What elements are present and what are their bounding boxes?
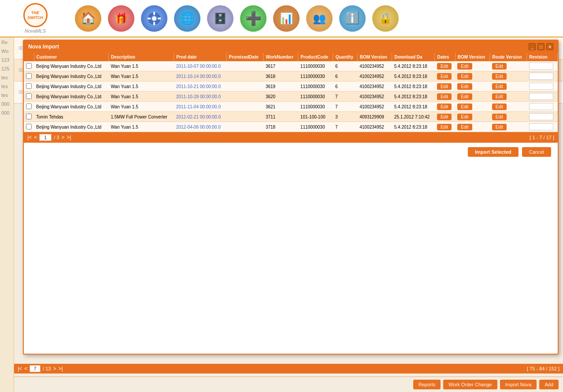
- edit-dates-btn-3[interactable]: Edit: [437, 93, 452, 100]
- table-row: Beijing Wanyuan Industry Co.,Ltd Wan Yua…: [24, 71, 558, 81]
- revision-input-5[interactable]: [529, 113, 553, 120]
- nav-icons: 🏠 🎁 🌐 🗄️ ➕ 📊 👥 ℹ️ 🔒: [66, 5, 399, 32]
- cell-customer-4: Beijing Wanyuan Industry Co.,Ltd: [34, 102, 108, 112]
- cell-quantity-1: 6: [333, 71, 357, 81]
- content-area: 0003 test 123123 10C00019-1 2010-10-28 2…: [14, 37, 563, 392]
- cell-route-4: Edit: [490, 102, 527, 112]
- reports-button[interactable]: Reports: [413, 380, 441, 389]
- edit-dates-btn-4[interactable]: Edit: [437, 104, 452, 110]
- cell-work-number-0: 3617: [263, 61, 298, 71]
- modal-next-page-btn[interactable]: >: [61, 134, 64, 141]
- revision-input-3[interactable]: [529, 93, 553, 100]
- cell-product-code-5: 101-100-100: [298, 112, 333, 122]
- main-area: Re Wo 123 125 tes tes tes 000 000 0003 t…: [0, 37, 563, 392]
- cell-promised-date-3: [226, 92, 263, 102]
- info-icon[interactable]: ℹ️: [339, 5, 366, 32]
- edit-route-btn-3[interactable]: Edit: [492, 93, 507, 100]
- row-checkbox-0[interactable]: [26, 63, 32, 69]
- edit-route-btn-4[interactable]: Edit: [492, 104, 507, 110]
- cell-bom-v2-1: Edit: [455, 71, 490, 81]
- col-product-code: ProductCode: [298, 53, 333, 61]
- row-checkbox-4[interactable]: [26, 104, 32, 109]
- database-icon[interactable]: 🗄️: [207, 5, 233, 32]
- edit-route-btn-1[interactable]: Edit: [492, 73, 507, 80]
- edit-bom-btn-5[interactable]: Edit: [457, 114, 472, 120]
- import-nova-button[interactable]: Import Nova: [500, 380, 537, 389]
- work-order-change-button[interactable]: Work Order Change: [443, 380, 497, 389]
- modal-minimize-btn[interactable]: _: [529, 43, 536, 50]
- edit-dates-btn-6[interactable]: Edit: [437, 124, 452, 130]
- bg-page-range: [ 75 - 84 / 152 ]: [527, 366, 559, 371]
- table-row: Beijing Wanyuan Industry Co.,Ltd Wan Yua…: [24, 102, 558, 112]
- edit-bom-btn-3[interactable]: Edit: [457, 93, 472, 100]
- col-bom-version: BOM Version: [357, 53, 392, 61]
- bg-page-input[interactable]: [30, 365, 41, 372]
- edit-bom-btn-2[interactable]: Edit: [457, 83, 472, 90]
- modal-first-page-btn[interactable]: |<: [27, 134, 32, 141]
- revision-input-6[interactable]: [529, 123, 553, 130]
- import-selected-button[interactable]: Import Selected: [468, 147, 519, 157]
- lock-icon[interactable]: 🔒: [372, 5, 399, 32]
- settings-icon[interactable]: [141, 5, 167, 32]
- row-checkbox-6[interactable]: [26, 124, 32, 129]
- logo-text: THESWITCH: [27, 11, 43, 20]
- row-checkbox-2[interactable]: [26, 83, 32, 89]
- cell-bom-version-6: 4100234952: [357, 122, 392, 132]
- bg-last-page-btn[interactable]: >|: [59, 366, 63, 372]
- sidebar-label-tes1: tes: [1, 75, 12, 80]
- cell-bom-v2-6: Edit: [455, 122, 490, 132]
- import-table: Customer Description Prod date PromisedD…: [24, 53, 558, 132]
- edit-dates-btn-2[interactable]: Edit: [437, 83, 452, 90]
- modal-last-page-btn[interactable]: >|: [67, 134, 71, 141]
- cell-dates-1: Edit: [435, 71, 455, 81]
- revision-input-4[interactable]: [529, 103, 553, 110]
- edit-dates-btn-1[interactable]: Edit: [437, 73, 452, 80]
- edit-route-btn-2[interactable]: Edit: [492, 83, 507, 90]
- edit-bom-btn-0[interactable]: Edit: [457, 63, 472, 70]
- revision-input-0[interactable]: [529, 63, 553, 70]
- row-checkbox-1[interactable]: [26, 73, 32, 79]
- edit-bom-btn-6[interactable]: Edit: [457, 124, 472, 130]
- row-checkbox-3[interactable]: [26, 93, 32, 99]
- sidebar-label-125: 125: [1, 66, 12, 71]
- cancel-button[interactable]: Cancel: [522, 147, 551, 157]
- cell-download-date-1: 5.4.2012 8:23:18: [392, 71, 435, 81]
- modal-prev-page-btn[interactable]: <: [34, 134, 37, 141]
- modal-title: Nova Import: [28, 44, 59, 50]
- analytics-icon[interactable]: 📊: [273, 5, 300, 32]
- cell-download-date-5: 25.1.2012 7:10:42: [392, 112, 435, 122]
- modal-page-input[interactable]: [39, 134, 52, 141]
- edit-bom-btn-4[interactable]: Edit: [457, 104, 472, 110]
- cell-revision-6: [527, 122, 558, 132]
- edit-route-btn-0[interactable]: Edit: [492, 63, 507, 70]
- table-row: Beijing Wanyuan Industry Co.,Ltd Wan Yua…: [24, 81, 558, 92]
- modal-close-btn[interactable]: ✕: [546, 43, 553, 50]
- cell-description-6: Wan Yuan 1.5: [108, 122, 174, 132]
- add-button[interactable]: Add: [539, 380, 559, 389]
- cell-route-2: Edit: [490, 81, 527, 92]
- modal-maximize-btn[interactable]: □: [537, 43, 544, 50]
- globe-icon[interactable]: 🌐: [174, 5, 200, 32]
- revision-input-2[interactable]: [529, 83, 553, 90]
- sidebar-label-re: Re: [1, 40, 12, 45]
- cell-description-0: Wan Yuan 1.5: [108, 61, 174, 71]
- edit-dates-btn-5[interactable]: Edit: [437, 114, 452, 120]
- cell-product-code-4: 1110000030: [298, 102, 333, 112]
- cell-bom-v2-2: Edit: [455, 81, 490, 92]
- cell-bom-v2-3: Edit: [455, 92, 490, 102]
- users-icon[interactable]: 👥: [306, 5, 333, 32]
- revision-input-1[interactable]: [529, 73, 553, 80]
- edit-bom-btn-1[interactable]: Edit: [457, 73, 472, 80]
- add-icon[interactable]: ➕: [240, 5, 267, 32]
- bg-prev-page-btn[interactable]: <: [24, 366, 27, 372]
- edit-route-btn-6[interactable]: Edit: [492, 124, 507, 130]
- bg-first-page-btn[interactable]: |<: [18, 366, 22, 372]
- svg-rect-5: [158, 18, 161, 19]
- gift-icon[interactable]: 🎁: [108, 5, 134, 32]
- cell-quantity-4: 7: [333, 102, 357, 112]
- home-icon[interactable]: 🏠: [75, 5, 101, 32]
- row-checkbox-5[interactable]: [26, 114, 32, 119]
- edit-dates-btn-0[interactable]: Edit: [437, 63, 452, 70]
- edit-route-btn-5[interactable]: Edit: [492, 114, 507, 120]
- bg-next-page-btn[interactable]: >: [53, 366, 56, 372]
